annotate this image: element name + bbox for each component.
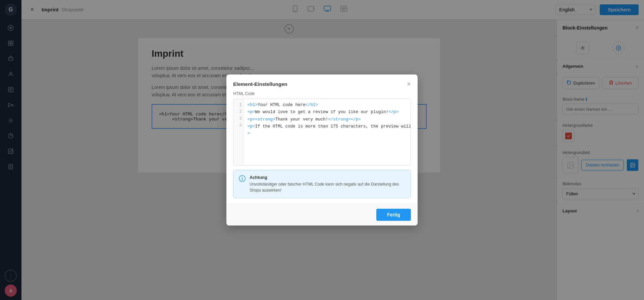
modal-footer: Fertig — [226, 204, 418, 226]
code-line-2: <p>We would love to get a review if you … — [248, 109, 407, 116]
modal-title: Element-Einstellungen — [233, 81, 287, 87]
fertig-button[interactable]: Fertig — [376, 209, 411, 221]
warning-title: Achtung — [250, 175, 405, 180]
warning-text: Unvollständiger oder falscher HTML Code … — [250, 181, 405, 193]
modal-overlay[interactable]: Element-Einstellungen × HTML Code 1 2 3 … — [0, 0, 644, 300]
code-line-1: <h1>Your HTML code here</h1> — [248, 102, 407, 109]
code-line-4: <p>If the HTML code is more than 175 cha… — [248, 123, 407, 130]
code-line-4b: > — [248, 130, 407, 137]
code-line-3: <p><strong>Thank your very much!</strong… — [248, 116, 407, 123]
line-numbers: 1 2 3 4 — [233, 99, 244, 165]
modal-header: Element-Einstellungen × — [226, 74, 418, 91]
warning-info-icon — [239, 175, 246, 184]
warning-content: Achtung Unvollständiger oder falscher HT… — [250, 175, 405, 193]
code-content[interactable]: <h1>Your HTML code here</h1> <p>We would… — [244, 99, 411, 165]
modal-close-button[interactable]: × — [407, 81, 411, 87]
html-code-label: HTML Code — [233, 91, 411, 96]
code-editor[interactable]: 1 2 3 4 <h1>Your HTML code here</h1> <p>… — [233, 99, 411, 166]
warning-box: Achtung Unvollständiger oder falscher HT… — [233, 170, 411, 198]
modal-body: HTML Code 1 2 3 4 <h1>Your HTML code her… — [226, 91, 418, 204]
element-settings-modal: Element-Einstellungen × HTML Code 1 2 3 … — [226, 74, 418, 226]
svg-point-60 — [242, 177, 243, 178]
